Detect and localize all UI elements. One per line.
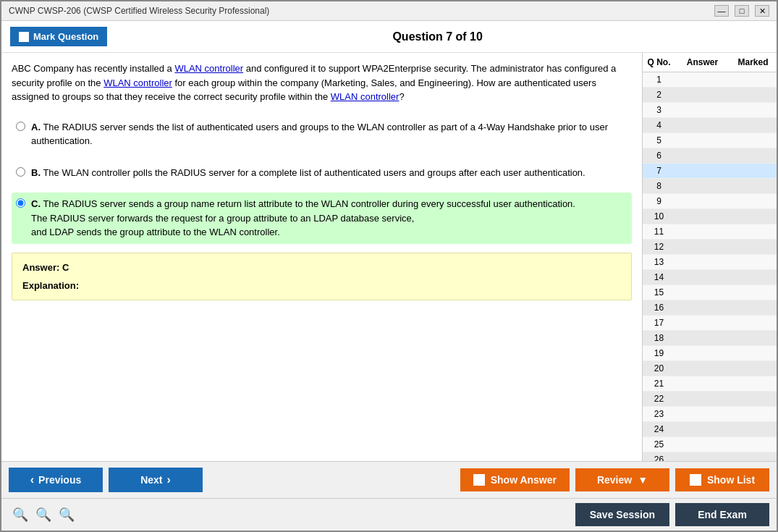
- question-list-row[interactable]: 21: [643, 376, 777, 392]
- question-list-row[interactable]: 1: [643, 72, 777, 88]
- question-list-row[interactable]: 16: [643, 300, 777, 316]
- checkbox-icon: [19, 32, 29, 42]
- q-cell-no: 16: [643, 300, 675, 315]
- zoom-out-button[interactable]: 🔍: [55, 505, 78, 524]
- review-button[interactable]: Review ▼: [575, 468, 669, 491]
- minimize-button[interactable]: —: [714, 5, 729, 17]
- q-cell-answer: [675, 437, 730, 452]
- q-cell-marked: [730, 285, 777, 300]
- question-list-row[interactable]: 19: [643, 346, 777, 361]
- question-list-row[interactable]: 10: [643, 209, 777, 224]
- show-answer-button[interactable]: Show Answer: [460, 468, 570, 491]
- q-cell-no: 11: [643, 224, 675, 239]
- maximize-button[interactable]: □: [735, 5, 749, 17]
- q-cell-answer: [675, 164, 730, 178]
- q-cell-no: 7: [643, 164, 675, 178]
- q-cell-answer: [675, 148, 730, 163]
- question-list-row[interactable]: 26: [643, 452, 777, 461]
- zoom-reset-button[interactable]: 🔍: [32, 505, 55, 524]
- q-cell-answer: [675, 255, 730, 269]
- previous-label: Previous: [38, 474, 81, 486]
- question-list-row[interactable]: 12: [643, 240, 777, 255]
- save-session-button[interactable]: Save Session: [575, 503, 669, 526]
- q-cell-answer: [675, 346, 730, 360]
- bottom-row2: 🔍 🔍 🔍 Save Session End Exam: [1, 498, 777, 531]
- q-cell-marked: [730, 346, 777, 360]
- q-cell-marked: [730, 361, 777, 376]
- q-cell-marked: [730, 392, 777, 406]
- question-list-row[interactable]: 8: [643, 179, 777, 194]
- q-cell-no: 18: [643, 331, 675, 345]
- q-cell-no: 9: [643, 194, 675, 208]
- col-qno-header: Q No.: [643, 56, 675, 69]
- q-cell-answer: [675, 88, 730, 102]
- q-cell-no: 1: [643, 72, 675, 87]
- question-list-row[interactable]: 17: [643, 316, 777, 331]
- q-cell-no: 13: [643, 255, 675, 269]
- q-cell-no: 5: [643, 133, 675, 148]
- q-cell-marked: [730, 133, 777, 148]
- question-list-row[interactable]: 2: [643, 88, 777, 103]
- question-list-row[interactable]: 25: [643, 437, 777, 452]
- q-cell-answer: [675, 452, 730, 461]
- show-list-button[interactable]: ✓ Show List: [675, 468, 769, 491]
- question-list-row[interactable]: 11: [643, 224, 777, 240]
- show-answer-checkbox-icon: [473, 474, 485, 486]
- q-cell-no: 25: [643, 437, 675, 452]
- titlebar: CWNP CWSP-206 (CWSP Certified Wireless S…: [1, 1, 777, 21]
- previous-button[interactable]: ‹ Previous: [9, 468, 103, 492]
- q-cell-answer: [675, 392, 730, 406]
- next-button[interactable]: Next ›: [109, 468, 203, 492]
- zoom-in-button[interactable]: 🔍: [9, 505, 32, 524]
- question-list-row[interactable]: 14: [643, 270, 777, 285]
- q-cell-answer: [675, 72, 730, 87]
- question-list-row[interactable]: 20: [643, 361, 777, 376]
- q-cell-answer: [675, 103, 730, 117]
- q-cell-answer: [675, 376, 730, 391]
- left-panel: ABC Company has recently installed a WLA…: [1, 53, 643, 461]
- end-exam-button[interactable]: End Exam: [675, 503, 769, 526]
- q-cell-no: 3: [643, 103, 675, 117]
- q-cell-no: 19: [643, 346, 675, 360]
- answer-explanation-box: Answer: C Explanation:: [12, 253, 632, 300]
- question-list-row[interactable]: 7: [643, 164, 777, 179]
- close-button[interactable]: ✕: [755, 5, 769, 17]
- question-list-row[interactable]: 13: [643, 255, 777, 270]
- q-cell-no: 12: [643, 240, 675, 254]
- question-list-panel: Q No. Answer Marked 1 2 3 4 5 6: [643, 53, 777, 461]
- mark-question-button[interactable]: Mark Question: [10, 27, 107, 46]
- q-cell-marked: [730, 331, 777, 345]
- q-cell-marked: [730, 255, 777, 269]
- option-c-radio[interactable]: [16, 198, 25, 208]
- question-list-row[interactable]: 4: [643, 118, 777, 133]
- q-cell-marked: [730, 224, 777, 239]
- q-cell-answer: [675, 224, 730, 239]
- question-list-header: Q No. Answer Marked: [643, 53, 777, 72]
- question-list-row[interactable]: 5: [643, 133, 777, 148]
- question-list-row[interactable]: 9: [643, 194, 777, 209]
- q-cell-marked: [730, 209, 777, 224]
- question-list-row[interactable]: 3: [643, 103, 777, 118]
- option-a-text: A. The RADIUS server sends the list of a…: [31, 120, 627, 148]
- q-cell-no: 10: [643, 209, 675, 224]
- question-list-row[interactable]: 18: [643, 331, 777, 346]
- question-list-row[interactable]: 23: [643, 407, 777, 422]
- question-list-row[interactable]: 6: [643, 148, 777, 164]
- mark-question-label: Mark Question: [33, 31, 98, 42]
- option-a-radio[interactable]: [16, 122, 25, 131]
- next-label: Next: [140, 474, 162, 486]
- content-area: ABC Company has recently installed a WLA…: [1, 53, 777, 461]
- question-title: Question 7 of 10: [107, 30, 768, 43]
- q-cell-answer: [675, 118, 730, 132]
- question-list-row[interactable]: 15: [643, 285, 777, 300]
- q-cell-marked: [730, 88, 777, 102]
- review-label: Review: [597, 474, 632, 486]
- question-list-row[interactable]: 22: [643, 392, 777, 407]
- show-answer-label: Show Answer: [491, 474, 557, 486]
- question-list-row[interactable]: 24: [643, 422, 777, 437]
- question-body: ABC Company has recently installed a WLA…: [12, 63, 616, 102]
- q-cell-answer: [675, 316, 730, 330]
- right-arrow-icon: ›: [167, 473, 171, 486]
- option-b-radio[interactable]: [16, 167, 25, 177]
- q-cell-marked: [730, 148, 777, 163]
